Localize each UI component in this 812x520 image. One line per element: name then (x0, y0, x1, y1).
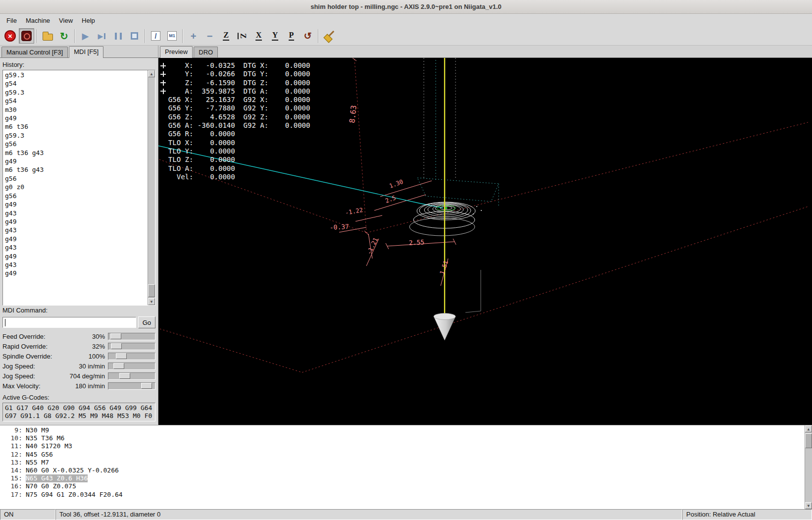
listing-scrollbar[interactable]: ▲ ▼ (805, 425, 812, 509)
rotate-view-button[interactable]: ↺ (300, 28, 315, 44)
slider-handle[interactable] (116, 353, 127, 359)
gcode-line[interactable]: 9:N30 M9 (0, 426, 804, 434)
gcode-line[interactable]: 16:N70 G0 Z0.075 (0, 482, 804, 490)
scroll-up-icon[interactable]: ▲ (148, 70, 155, 77)
clear-plot-button[interactable] (321, 28, 337, 44)
power-icon (21, 31, 32, 41)
go-button[interactable]: Go (138, 316, 155, 328)
menu-help[interactable]: Help (77, 15, 100, 26)
override-slider[interactable] (108, 382, 155, 390)
override-label: Feed Override: (2, 333, 89, 340)
toolbar: ×↻▶▶/M1+−ZZXYP↺ (0, 27, 812, 46)
view-side-icon: X (255, 31, 262, 41)
dimension-label: 1.30 (388, 178, 404, 190)
view-perspective-button[interactable]: P (284, 28, 299, 44)
run-button[interactable]: ▶ (78, 28, 93, 44)
gcode-line[interactable]: 17:N75 G94 G1 Z0.0344 F20.64 (0, 491, 804, 499)
gcode-line-text: N45 G56 (26, 451, 53, 459)
axis-homed-icon (160, 63, 166, 68)
optional-stop-icon: M1 (167, 31, 177, 41)
history-item: m6 t36 (5, 122, 147, 131)
gcode-line[interactable]: 13:N55 M7 (0, 459, 804, 467)
zoom-in-button[interactable]: + (186, 28, 201, 44)
slider-handle[interactable] (111, 343, 122, 349)
window-titlebar: shim holder top - milling.ngc - AXIS 2.9… (0, 0, 812, 14)
history-item: g43 (5, 243, 147, 252)
gcode-line-number: 10: (0, 434, 26, 442)
tab-preview[interactable]: Preview (160, 46, 193, 58)
gcode-line[interactable]: 14:N60 G0 X-0.0325 Y-0.0266 (0, 467, 804, 474)
gcode-listing[interactable]: 9:N30 M910:N35 T36 M611:N40 S1720 M312:N… (0, 425, 812, 509)
gcode-line-text: N60 G0 X-0.0325 Y-0.0266 (26, 467, 119, 474)
listing-scroll-thumb[interactable] (805, 433, 812, 448)
dimension-label: 1.51 (439, 260, 450, 275)
power-button[interactable] (19, 28, 34, 44)
override-slider[interactable] (108, 372, 155, 380)
pause-icon (115, 33, 122, 40)
view-top-icon: Z (223, 31, 229, 41)
slider-handle[interactable] (141, 383, 152, 389)
scroll-down-icon[interactable]: ▼ (148, 298, 155, 305)
override-slider[interactable] (108, 353, 155, 360)
tab-mdi[interactable]: MDI [F5] (69, 46, 103, 58)
tab-dro[interactable]: DRO (194, 47, 218, 57)
open-button[interactable] (40, 28, 55, 44)
override-row: Max Velocity:180 in/min (2, 381, 155, 391)
gcode-line[interactable]: 15:N65 G43 Z0.6 H36 (0, 474, 804, 482)
gcode-line-text: N75 G94 G1 Z0.0344 F20.64 (26, 491, 123, 499)
dimension-label: -1.22 (345, 207, 363, 216)
gcode-line[interactable]: 10:N35 T36 M6 (0, 434, 804, 442)
reload-icon: ↻ (60, 31, 68, 41)
reload-button[interactable]: ↻ (56, 28, 72, 44)
history-item: g56 (5, 192, 147, 200)
override-label: Spindle Override: (2, 353, 86, 360)
view-top-button[interactable]: Z (218, 28, 234, 44)
view-side-button[interactable]: X (251, 28, 266, 44)
history-label: History: (2, 60, 155, 70)
gcode-line-text: N35 T36 M6 (26, 434, 64, 442)
estop-button[interactable]: × (2, 28, 18, 44)
view-front-button[interactable]: Y (267, 28, 283, 44)
history-scrollbar[interactable]: ▲ ▼ (148, 70, 155, 305)
override-label: Max Velocity: (2, 382, 72, 390)
preview-canvas[interactable]: 8.631.302.5-1.22-0.37-1.212.551.51 X: -0… (158, 58, 812, 425)
mdi-command-input[interactable] (2, 317, 136, 328)
gcode-line-number: 9: (0, 426, 26, 434)
mdi-history-list[interactable]: g59.3g54g59.3g54m30g49m6 t36g59.3g56m6 t… (2, 70, 155, 306)
stop-button[interactable] (127, 28, 142, 44)
preview-tabbar: Preview DRO (158, 46, 812, 58)
history-scroll-thumb[interactable] (148, 284, 155, 297)
statusbar: ON Tool 36, offset -12.9131, diameter 0 … (0, 509, 812, 520)
dimension-label: 2.55 (408, 238, 424, 247)
slider-handle[interactable] (119, 373, 130, 379)
step-button[interactable]: ▶ (94, 28, 109, 44)
tool-status: Tool 36, offset -12.9131, diameter 0 (55, 509, 682, 520)
scroll-down-icon[interactable]: ▼ (805, 502, 812, 509)
override-label: Jog Speed: (2, 363, 76, 370)
skip-lines-button[interactable]: / (148, 28, 163, 44)
tab-manual-control[interactable]: Manual Control [F3] (1, 47, 68, 57)
gcode-line[interactable]: 12:N45 G56 (0, 451, 804, 459)
optional-stop-button[interactable]: M1 (164, 28, 180, 44)
axis-homed-icon (160, 71, 166, 77)
gcode-line[interactable]: 11:N40 S1720 M3 (0, 442, 804, 450)
override-slider[interactable] (108, 343, 155, 350)
menu-file[interactable]: File (2, 15, 21, 26)
zoom-in-icon: + (191, 31, 197, 41)
override-slider[interactable] (108, 333, 155, 340)
history-item: g54 (5, 97, 147, 105)
view-rotated-top-icon: Z (238, 33, 247, 39)
override-value: 180 in/min (75, 382, 105, 390)
history-item: g49 (5, 252, 147, 260)
zoom-out-button[interactable]: − (202, 28, 217, 44)
history-item: m30 (5, 105, 147, 114)
pause-button[interactable] (110, 28, 126, 44)
override-value: 30% (92, 333, 105, 340)
slider-handle[interactable] (110, 333, 121, 339)
view-rotated-top-button[interactable]: Z (235, 28, 250, 44)
slider-handle[interactable] (113, 363, 124, 369)
scroll-up-icon[interactable]: ▲ (805, 425, 812, 432)
menu-machine[interactable]: Machine (21, 15, 54, 26)
override-slider[interactable] (108, 363, 155, 370)
menu-view[interactable]: View (54, 15, 77, 26)
